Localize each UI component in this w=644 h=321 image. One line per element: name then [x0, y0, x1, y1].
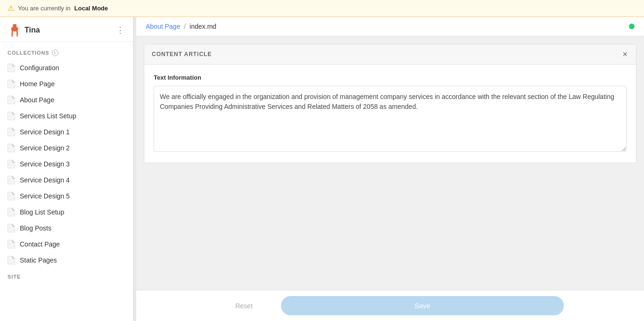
- doc-icon: [8, 128, 15, 136]
- sidebar-nav: COLLECTIONS i Configuration Home Page: [0, 42, 133, 321]
- app-logo: Tina: [8, 24, 40, 37]
- sidebar-item-label: Configuration: [20, 64, 59, 72]
- sidebar-item-label: About Page: [20, 96, 54, 104]
- sidebar-item-static-pages[interactable]: Static Pages: [0, 252, 133, 268]
- doc-icon: [8, 208, 15, 216]
- panel-body: Text Information: [144, 65, 636, 163]
- sidebar-item-label: Service Design 3: [20, 160, 70, 168]
- doc-icon: [8, 160, 15, 168]
- breadcrumb-current-file: index.md: [190, 23, 216, 30]
- sidebar-item-contact-page[interactable]: Contact Page: [0, 236, 133, 252]
- site-section-label: SITE: [0, 268, 133, 281]
- content-area: About Page / index.md CONTENT ARTICLE × …: [136, 17, 644, 321]
- doc-icon: [8, 240, 15, 248]
- footer-bar: Reset Save: [136, 290, 644, 321]
- panel-area: CONTENT ARTICLE × Text Information: [136, 36, 644, 290]
- doc-icon: [8, 256, 15, 264]
- text-information-label: Text Information: [154, 74, 627, 81]
- doc-icon: [8, 64, 15, 72]
- sidebar-item-service-design-2[interactable]: Service Design 2: [0, 140, 133, 156]
- breadcrumb-bar: About Page / index.md: [136, 17, 644, 36]
- reset-button[interactable]: Reset: [216, 297, 272, 314]
- save-button[interactable]: Save: [281, 296, 564, 315]
- sidebar-item-label: Services List Setup: [20, 112, 76, 120]
- doc-icon: [8, 112, 15, 120]
- sidebar-item-service-design-3[interactable]: Service Design 3: [0, 156, 133, 172]
- breadcrumb-separator: /: [184, 23, 186, 30]
- sidebar-item-configuration[interactable]: Configuration: [0, 60, 133, 76]
- sidebar-item-label: Service Design 2: [20, 144, 70, 152]
- app-title: Tina: [25, 26, 40, 34]
- svg-rect-0: [11, 35, 13, 37]
- collections-info-icon[interactable]: i: [52, 49, 58, 56]
- sidebar-item-label: Home Page: [20, 80, 55, 88]
- banner-prefix: You are currently in: [18, 5, 71, 12]
- sidebar-item-label: Static Pages: [20, 256, 57, 264]
- sidebar-item-label: Service Design 1: [20, 128, 70, 136]
- content-article-panel: CONTENT ARTICLE × Text Information: [144, 44, 636, 163]
- sidebar-item-service-design-5[interactable]: Service Design 5: [0, 188, 133, 204]
- panel-title: CONTENT ARTICLE: [152, 51, 212, 58]
- sidebar-item-blog-posts[interactable]: Blog Posts: [0, 220, 133, 236]
- status-indicator: [629, 24, 635, 29]
- sidebar-item-label: Blog List Setup: [20, 208, 64, 216]
- sidebar: Tina ⋮ COLLECTIONS i Configuration H: [0, 17, 133, 321]
- breadcrumb: About Page / index.md: [146, 23, 216, 30]
- sidebar-item-home-page[interactable]: Home Page: [0, 76, 133, 92]
- doc-icon: [8, 144, 15, 152]
- collections-section-label: COLLECTIONS i: [0, 48, 133, 60]
- svg-rect-1: [17, 35, 18, 37]
- sidebar-item-blog-list-setup[interactable]: Blog List Setup: [0, 204, 133, 220]
- sidebar-item-services-list-setup[interactable]: Services List Setup: [0, 108, 133, 124]
- panel-close-button[interactable]: ×: [621, 50, 628, 58]
- doc-icon: [8, 176, 15, 184]
- sidebar-item-service-design-4[interactable]: Service Design 4: [0, 172, 133, 188]
- warning-icon: ⚠: [8, 4, 14, 13]
- doc-icon: [8, 96, 15, 104]
- sidebar-item-label: Service Design 4: [20, 176, 70, 184]
- local-mode-text: Local Mode: [74, 5, 108, 12]
- breadcrumb-parent-link[interactable]: About Page: [146, 23, 180, 30]
- local-mode-banner: ⚠ You are currently in Local Mode: [0, 0, 644, 17]
- panel-header: CONTENT ARTICLE ×: [144, 44, 636, 65]
- llama-icon: [8, 24, 21, 37]
- sidebar-item-about-page[interactable]: About Page: [0, 92, 133, 108]
- sidebar-item-label: Blog Posts: [20, 224, 51, 232]
- content-textarea[interactable]: [154, 86, 627, 152]
- sidebar-menu-dots[interactable]: ⋮: [116, 25, 125, 35]
- sidebar-item-label: Contact Page: [20, 240, 60, 248]
- doc-icon: [8, 224, 15, 232]
- sidebar-item-service-design-1[interactable]: Service Design 1: [0, 124, 133, 140]
- sidebar-item-label: Service Design 5: [20, 192, 70, 200]
- doc-icon: [8, 80, 15, 88]
- sidebar-header: Tina ⋮: [0, 17, 133, 42]
- doc-icon: [8, 192, 15, 200]
